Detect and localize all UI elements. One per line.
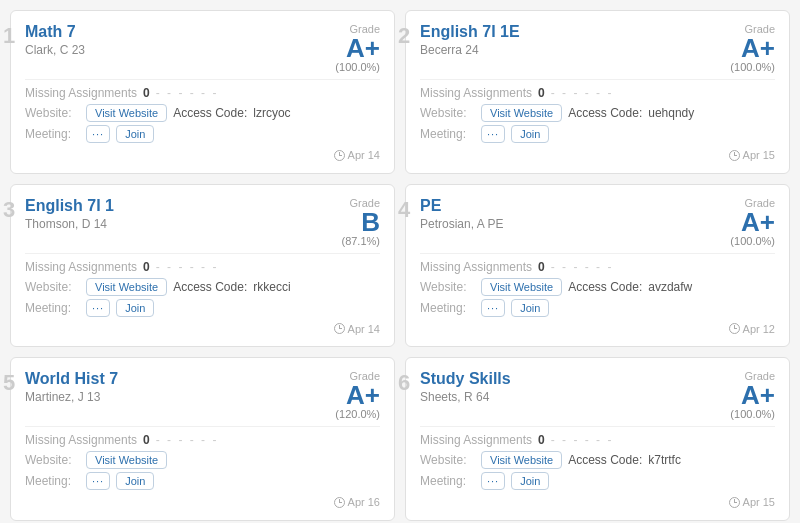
access-code-label-1: Access Code: [173, 106, 247, 120]
course-title-5: World Hist 7 [25, 370, 118, 388]
clock-icon-4 [729, 323, 740, 334]
access-code-label-4: Access Code: [568, 280, 642, 294]
missing-row-6: Missing Assignments 0 - - - - - - [420, 433, 775, 447]
missing-dashes-2: - - - - - - [551, 86, 614, 100]
course-title-3: English 7I 1 [25, 197, 114, 215]
course-sub-2: Becerra 24 [420, 43, 520, 57]
grade-pct-1: (100.0%) [335, 61, 380, 73]
visit-website-btn-1[interactable]: Visit Website [86, 104, 167, 122]
grade-value-5: A+ [335, 382, 380, 408]
website-row-4: Website: Visit Website Access Code: avzd… [420, 278, 775, 296]
course-card-4: 4 PE Petrosian, A PE Grade A+ (100.0%) M… [405, 184, 790, 348]
card-footer-5: Apr 16 [25, 496, 380, 510]
website-label-3: Website: [25, 280, 80, 294]
missing-row-3: Missing Assignments 0 - - - - - - [25, 260, 380, 274]
missing-count-2: 0 [538, 86, 545, 100]
visit-website-btn-3[interactable]: Visit Website [86, 278, 167, 296]
missing-dashes-3: - - - - - - [156, 260, 219, 274]
missing-row-4: Missing Assignments 0 - - - - - - [420, 260, 775, 274]
card-footer-3: Apr 14 [25, 323, 380, 337]
website-label-6: Website: [420, 453, 475, 467]
missing-row-5: Missing Assignments 0 - - - - - - [25, 433, 380, 447]
join-btn-5[interactable]: Join [116, 472, 154, 490]
meeting-label-6: Meeting: [420, 474, 475, 488]
missing-count-6: 0 [538, 433, 545, 447]
access-code-value-1: lzrcyoc [253, 106, 290, 120]
visit-website-btn-5[interactable]: Visit Website [86, 451, 167, 469]
course-card-1: 1 Math 7 Clark, C 23 Grade A+ (100.0%) M… [10, 10, 395, 174]
meeting-label-5: Meeting: [25, 474, 80, 488]
course-title-1: Math 7 [25, 23, 85, 41]
website-row-5: Website: Visit Website [25, 451, 380, 469]
access-code-label-3: Access Code: [173, 280, 247, 294]
meeting-row-5: Meeting: ··· Join [25, 472, 380, 490]
course-card-2: 2 English 7I 1E Becerra 24 Grade A+ (100… [405, 10, 790, 174]
clock-icon-5 [334, 497, 345, 508]
course-title-6: Study Skills [420, 370, 511, 388]
missing-label-3: Missing Assignments [25, 260, 137, 274]
date-1: Apr 14 [348, 149, 380, 161]
missing-label-4: Missing Assignments [420, 260, 532, 274]
meeting-label-4: Meeting: [420, 301, 475, 315]
grade-pct-6: (100.0%) [730, 408, 775, 420]
website-label-1: Website: [25, 106, 80, 120]
access-code-value-2: uehqndy [648, 106, 694, 120]
grade-pct-2: (100.0%) [730, 61, 775, 73]
join-btn-1[interactable]: Join [116, 125, 154, 143]
dots-btn-1[interactable]: ··· [86, 125, 110, 143]
card-footer-4: Apr 12 [420, 323, 775, 337]
missing-count-1: 0 [143, 86, 150, 100]
card-number-2: 2 [398, 23, 410, 49]
clock-icon-1 [334, 150, 345, 161]
dots-btn-4[interactable]: ··· [481, 299, 505, 317]
visit-website-btn-4[interactable]: Visit Website [481, 278, 562, 296]
meeting-row-1: Meeting: ··· Join [25, 125, 380, 143]
card-number-1: 1 [3, 23, 15, 49]
website-row-3: Website: Visit Website Access Code: rkke… [25, 278, 380, 296]
course-sub-3: Thomson, D 14 [25, 217, 114, 231]
access-code-value-3: rkkecci [253, 280, 290, 294]
missing-row-1: Missing Assignments 0 - - - - - - [25, 86, 380, 100]
card-footer-6: Apr 15 [420, 496, 775, 510]
missing-dashes-5: - - - - - - [156, 433, 219, 447]
grade-value-3: B [341, 209, 380, 235]
visit-website-btn-2[interactable]: Visit Website [481, 104, 562, 122]
website-row-2: Website: Visit Website Access Code: uehq… [420, 104, 775, 122]
card-number-3: 3 [3, 197, 15, 223]
course-sub-6: Sheets, R 64 [420, 390, 511, 404]
missing-count-3: 0 [143, 260, 150, 274]
visit-website-btn-6[interactable]: Visit Website [481, 451, 562, 469]
missing-count-4: 0 [538, 260, 545, 274]
date-6: Apr 15 [743, 496, 775, 508]
website-row-1: Website: Visit Website Access Code: lzrc… [25, 104, 380, 122]
meeting-label-1: Meeting: [25, 127, 80, 141]
meeting-row-4: Meeting: ··· Join [420, 299, 775, 317]
dots-btn-5[interactable]: ··· [86, 472, 110, 490]
missing-label-6: Missing Assignments [420, 433, 532, 447]
grade-value-6: A+ [730, 382, 775, 408]
course-card-3: 3 English 7I 1 Thomson, D 14 Grade B (87… [10, 184, 395, 348]
clock-icon-3 [334, 323, 345, 334]
missing-dashes-4: - - - - - - [551, 260, 614, 274]
join-btn-3[interactable]: Join [116, 299, 154, 317]
dots-btn-6[interactable]: ··· [481, 472, 505, 490]
join-btn-4[interactable]: Join [511, 299, 549, 317]
course-sub-1: Clark, C 23 [25, 43, 85, 57]
join-btn-2[interactable]: Join [511, 125, 549, 143]
missing-label-2: Missing Assignments [420, 86, 532, 100]
grade-pct-4: (100.0%) [730, 235, 775, 247]
card-number-4: 4 [398, 197, 410, 223]
card-number-5: 5 [3, 370, 15, 396]
join-btn-6[interactable]: Join [511, 472, 549, 490]
date-4: Apr 12 [743, 323, 775, 335]
date-2: Apr 15 [743, 149, 775, 161]
dots-btn-3[interactable]: ··· [86, 299, 110, 317]
website-label-2: Website: [420, 106, 475, 120]
grade-pct-5: (120.0%) [335, 408, 380, 420]
date-5: Apr 16 [348, 496, 380, 508]
missing-count-5: 0 [143, 433, 150, 447]
meeting-row-6: Meeting: ··· Join [420, 472, 775, 490]
meeting-row-3: Meeting: ··· Join [25, 299, 380, 317]
access-code-label-6: Access Code: [568, 453, 642, 467]
dots-btn-2[interactable]: ··· [481, 125, 505, 143]
